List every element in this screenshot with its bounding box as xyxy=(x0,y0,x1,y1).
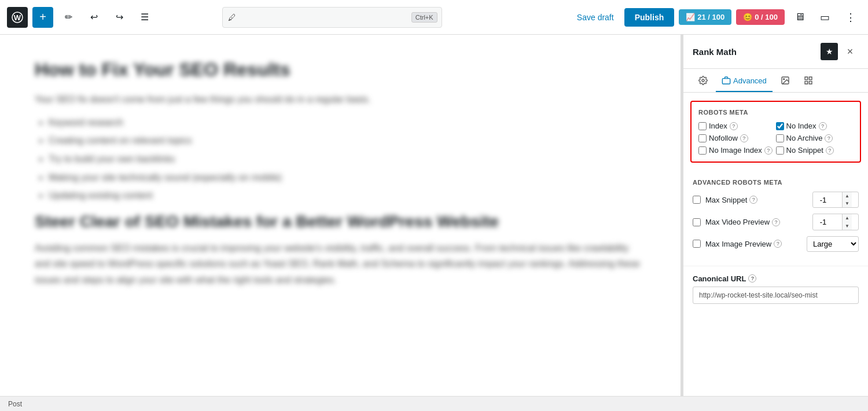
tab-settings[interactable] xyxy=(693,69,713,92)
max-video-preview-label-area: Max Video Preview ? xyxy=(693,218,812,226)
no-index-row: No Index ? xyxy=(776,122,854,130)
tab-social[interactable] xyxy=(775,69,796,92)
max-video-preview-label: Max Video Preview xyxy=(705,218,770,226)
readability-score-button[interactable]: 😊 0 / 100 xyxy=(736,9,785,25)
max-image-preview-checkbox[interactable] xyxy=(693,240,701,248)
seo-score-button[interactable]: 📈 21 / 100 xyxy=(679,9,731,25)
editor-area: How to Fix Your SEO Results Your SEO fix… xyxy=(0,35,681,396)
close-icon: × xyxy=(847,46,854,58)
monitor-icon: 🖥 xyxy=(795,11,805,23)
tab-schema[interactable] xyxy=(798,69,819,92)
status-bar: Post xyxy=(0,396,868,411)
sidebar-header-actions: ★ × xyxy=(821,43,859,60)
briefcase-icon xyxy=(722,76,731,85)
ellipsis-icon: ⋮ xyxy=(845,11,856,24)
no-archive-help-icon[interactable]: ? xyxy=(825,134,833,142)
index-help-icon[interactable]: ? xyxy=(730,122,738,130)
sidebar-tabs: Advanced xyxy=(683,69,868,93)
nofollow-checkbox[interactable] xyxy=(698,134,707,142)
tab-advanced-label: Advanced xyxy=(733,76,767,85)
max-image-preview-label-area: Max Image Preview ? xyxy=(693,240,807,248)
list-view-button[interactable]: ☰ xyxy=(134,7,155,28)
nofollow-row: Nofollow ? xyxy=(698,134,776,142)
max-video-preview-checkbox[interactable] xyxy=(693,218,701,226)
no-archive-checkbox[interactable] xyxy=(776,134,784,142)
star-button[interactable]: ★ xyxy=(821,43,838,60)
panel-icon: ▭ xyxy=(820,11,830,24)
redo-button[interactable]: ↪ xyxy=(109,7,130,28)
leaf-icon: 🖊 xyxy=(228,13,236,22)
no-snippet-label: No Snippet xyxy=(786,146,823,155)
chart-icon: 📈 xyxy=(686,13,695,21)
max-snippet-arrows: ▲ ▼ xyxy=(842,192,852,207)
no-index-checkbox[interactable] xyxy=(776,122,784,130)
editor-content: How to Fix Your SEO Results Your SEO fix… xyxy=(35,58,646,288)
svg-text:W: W xyxy=(14,13,21,22)
gear-icon xyxy=(698,76,708,85)
no-image-index-row: No Image Index ? xyxy=(698,146,776,155)
advanced-robots-meta-section: ADVANCED ROBOTS META Max Snippet ? -1 ▲ … xyxy=(683,171,868,266)
max-video-preview-spinner: -1 ▲ ▼ xyxy=(812,214,859,230)
save-draft-button[interactable]: Save draft xyxy=(571,9,620,25)
section-heading: Steer Clear of SEO Mistakes for a Better… xyxy=(35,211,646,232)
max-video-preview-help-icon[interactable]: ? xyxy=(772,218,780,226)
list-item: Updating existing content xyxy=(49,188,646,203)
schema-icon xyxy=(804,76,813,85)
no-index-help-icon[interactable]: ? xyxy=(819,122,827,130)
max-snippet-label-area: Max Snippet ? xyxy=(693,196,812,204)
no-snippet-checkbox[interactable] xyxy=(776,146,784,155)
max-snippet-help-icon[interactable]: ? xyxy=(749,196,757,204)
max-snippet-row: Max Snippet ? -1 ▲ ▼ xyxy=(693,192,859,208)
undo-button[interactable]: ↩ xyxy=(83,7,104,28)
canonical-help-icon[interactable]: ? xyxy=(748,274,756,282)
max-snippet-up[interactable]: ▲ xyxy=(843,192,852,200)
no-image-index-label: No Image Index xyxy=(709,146,762,155)
list-item: Try to build your own backlinks xyxy=(49,152,646,167)
no-index-label: No Index xyxy=(786,122,816,130)
nofollow-label: Nofollow xyxy=(709,134,738,142)
search-input[interactable] xyxy=(222,7,442,28)
max-video-preview-down[interactable]: ▼ xyxy=(843,222,852,230)
list-item: Creating content on relevant topics xyxy=(49,133,646,148)
no-image-index-checkbox[interactable] xyxy=(698,146,707,155)
robots-meta-section: ROBOTS META Index ? No Index ? xyxy=(690,101,861,163)
body-paragraph: Avoiding common SEO mistakes is crucial … xyxy=(35,240,646,288)
max-snippet-down[interactable]: ▼ xyxy=(843,200,852,207)
no-snippet-help-icon[interactable]: ? xyxy=(826,146,834,155)
index-checkbox[interactable] xyxy=(698,122,707,130)
no-archive-row: No Archive ? xyxy=(776,134,854,142)
canonical-url-input[interactable] xyxy=(693,287,859,304)
image-icon xyxy=(781,76,790,85)
sidebar-header: Rank Math ★ × xyxy=(683,35,868,69)
max-video-preview-input[interactable]: -1 xyxy=(813,215,842,229)
no-image-index-help-icon[interactable]: ? xyxy=(764,146,773,155)
star-icon: ★ xyxy=(826,47,833,56)
max-video-preview-arrows: ▲ ▼ xyxy=(842,214,852,229)
svg-rect-3 xyxy=(722,79,730,84)
tools-button[interactable]: ✏ xyxy=(58,7,79,28)
max-snippet-input[interactable]: -1 xyxy=(813,193,842,207)
nofollow-help-icon[interactable]: ? xyxy=(740,134,748,142)
post-title: How to Fix Your SEO Results xyxy=(35,58,646,82)
max-image-preview-select[interactable]: None Standard Large xyxy=(807,236,859,252)
max-image-preview-help-icon[interactable]: ? xyxy=(774,240,782,248)
add-block-button[interactable]: + xyxy=(32,7,53,28)
bullet-list: Keyword research Creating content on rel… xyxy=(35,115,646,203)
max-video-preview-up[interactable]: ▲ xyxy=(843,214,852,222)
max-snippet-spinner: -1 ▲ ▼ xyxy=(812,192,859,208)
publish-button[interactable]: Publish xyxy=(624,8,675,27)
close-sidebar-button[interactable]: × xyxy=(841,43,859,60)
max-image-preview-select-area: None Standard Large xyxy=(807,236,859,252)
preview-button[interactable]: 🖥 xyxy=(789,7,810,28)
robots-meta-grid: Index ? No Index ? Nofollow ? xyxy=(698,122,853,155)
list-item: Making your site technically sound (espe… xyxy=(49,170,646,185)
svg-point-5 xyxy=(783,79,784,80)
max-snippet-checkbox[interactable] xyxy=(693,196,701,204)
settings-panel-button[interactable]: ▭ xyxy=(815,7,836,28)
index-row: Index ? xyxy=(698,122,776,130)
more-options-button[interactable]: ⋮ xyxy=(840,7,861,28)
advanced-robots-title: ADVANCED ROBOTS META xyxy=(693,179,859,186)
intro-paragraph: Your SEO fix doesn't come from just a fe… xyxy=(35,91,646,107)
smile-icon: 😊 xyxy=(743,13,752,21)
tab-advanced[interactable]: Advanced xyxy=(716,69,773,92)
